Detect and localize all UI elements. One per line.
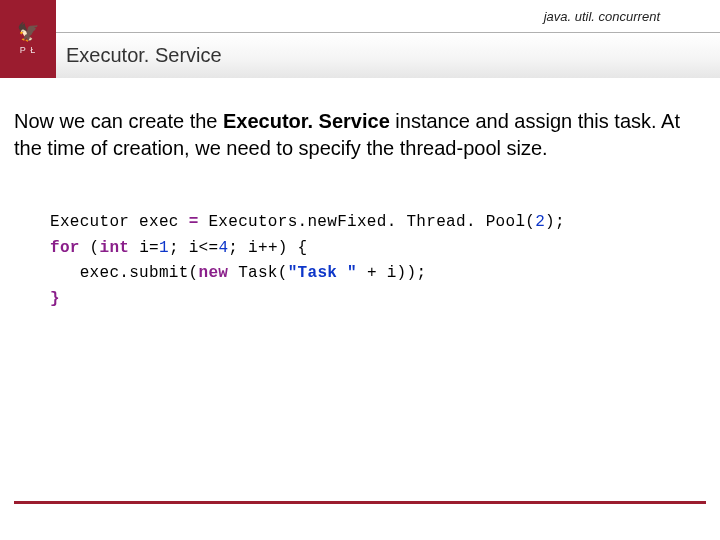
body-paragraph: Now we can create the Executor. Service … [14, 108, 706, 162]
supertitle: java. util. concurrent [56, 0, 720, 32]
code-keyword: int [100, 239, 130, 257]
slide-title: Executor. Service [66, 44, 222, 67]
slide-header: 🦅 P Ł java. util. concurrent Executor. S… [0, 0, 720, 78]
code-token: Fixed. Thread. Pool [337, 213, 525, 231]
code-token: ( [525, 213, 535, 231]
title-row: Executor. Service [56, 33, 720, 78]
header-right: java. util. concurrent Executor. Service [56, 0, 720, 78]
code-block: Executor exec = Executors.newFixed. Thre… [50, 210, 706, 312]
code-number: 2 [535, 213, 545, 231]
code-token: ( [80, 239, 100, 257]
slide-content: Now we can create the Executor. Service … [0, 78, 720, 312]
code-token: ; i<= [169, 239, 219, 257]
code-line-4: } [50, 287, 706, 313]
code-keyword: new [199, 264, 229, 282]
code-brace: } [50, 290, 60, 308]
code-token: exec.submit( [50, 264, 199, 282]
code-operator: = [189, 213, 199, 231]
logo-letters: P Ł [20, 45, 36, 55]
university-logo: 🦅 P Ł [0, 0, 56, 78]
code-token: + i)); [357, 264, 426, 282]
para-pre: Now we can create the [14, 110, 223, 132]
code-line-1: Executor exec = Executors.newFixed. Thre… [50, 210, 706, 236]
code-token: ); [545, 213, 565, 231]
code-keyword: for [50, 239, 80, 257]
code-token: Task( [228, 264, 287, 282]
code-string: "Task " [288, 264, 357, 282]
eagle-icon: 🦅 [17, 23, 40, 41]
code-number: 4 [218, 239, 228, 257]
code-token: i= [129, 239, 159, 257]
code-line-2: for (int i=1; i<=4; i++) { [50, 236, 706, 262]
code-token: Executor exec [50, 213, 189, 231]
para-bold: Executor. Service [223, 110, 390, 132]
code-token: ; i++) { [228, 239, 307, 257]
code-line-3: exec.submit(new Task("Task " + i)); [50, 261, 706, 287]
code-number: 1 [159, 239, 169, 257]
footer-rule [14, 501, 706, 504]
code-token: Executors.new [199, 213, 338, 231]
